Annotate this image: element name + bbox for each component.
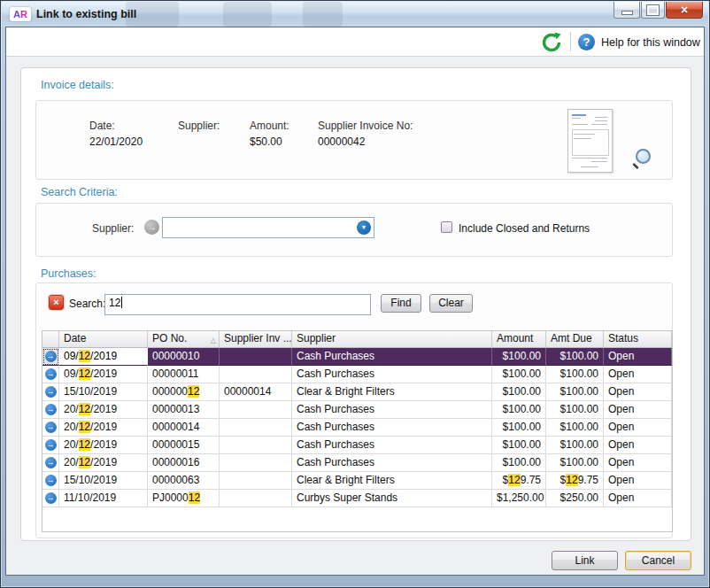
- minimize-button[interactable]: [614, 2, 640, 19]
- search-criteria-section-label: Search Criteria:: [41, 186, 118, 198]
- cell-supplier: Cash Purchases: [292, 401, 492, 419]
- cell-date: 11/10/2019: [59, 490, 148, 507]
- search-match-highlight: 12: [508, 474, 520, 486]
- purchases-search-input[interactable]: 12: [104, 294, 371, 315]
- close-button[interactable]: ×: [666, 2, 703, 19]
- cell-supplier-inv: [220, 401, 292, 419]
- invoice-number-label: Supplier Invoice No:: [318, 120, 413, 132]
- row-detail-arrow-icon[interactable]: →: [45, 457, 57, 468]
- table-row[interactable]: →20/12/201900000015Cash Purchases$100.00…: [42, 437, 672, 454]
- search-criteria-box: Supplier: → ▼ Include Closed and Returns: [35, 203, 673, 257]
- row-detail-arrow-icon[interactable]: →: [45, 475, 57, 486]
- sort-ascending-icon: △: [211, 334, 216, 347]
- supplier-combo-input[interactable]: ▼: [162, 217, 374, 238]
- find-button[interactable]: Find: [381, 294, 421, 313]
- cell-amount: $100.00: [492, 437, 546, 454]
- header-supplier[interactable]: Supplier: [292, 331, 492, 347]
- search-match-highlight: 12: [79, 421, 90, 433]
- cell-po: 00000010: [148, 348, 220, 366]
- row-detail-arrow-icon[interactable]: →: [45, 404, 57, 415]
- header-po-no[interactable]: PO No.△: [148, 331, 220, 347]
- cell-date: 15/10/2019: [59, 472, 148, 490]
- table-row[interactable]: →20/12/201900000013Cash Purchases$100.00…: [42, 401, 672, 419]
- cell-amt-due: $100.00: [546, 401, 604, 419]
- cell-amount: $100.00: [492, 454, 546, 472]
- table-row[interactable]: →15/10/201900000063Clear & Bright Filter…: [42, 472, 672, 490]
- row-icon-cell: →: [42, 366, 59, 383]
- row-detail-arrow-icon[interactable]: →: [45, 386, 57, 398]
- row-detail-arrow-icon[interactable]: →: [45, 439, 57, 451]
- cell-po: 00000063: [148, 472, 220, 490]
- table-row[interactable]: →09/12/201900000010Cash Purchases$100.00…: [42, 348, 672, 366]
- cell-po: 00000013: [148, 401, 220, 419]
- supplier-detail-arrow-icon[interactable]: →: [144, 220, 159, 235]
- cell-amount: $100.00: [492, 366, 546, 383]
- purchases-box: × Search: 12 Find Clear Date PO No.△ Sup…: [35, 282, 673, 538]
- cell-supplier-inv: 00000014: [220, 383, 292, 401]
- invoice-amount-label: Amount:: [250, 120, 289, 132]
- include-closed-checkbox[interactable]: [441, 221, 452, 233]
- dialog-client-area: ? Help for this window Invoice details: …: [5, 27, 705, 576]
- include-closed-label: Include Closed and Returns: [459, 222, 590, 235]
- cell-po: 00000014: [148, 419, 220, 437]
- cell-amt-due: $100.00: [546, 437, 604, 454]
- cell-supplier-inv: [220, 366, 292, 383]
- dialog-panel: Invoice details: Date: 22/01/2020 Suppli…: [20, 67, 691, 541]
- table-row[interactable]: →20/12/201900000016Cash Purchases$100.00…: [42, 454, 672, 472]
- cell-supplier-inv: [220, 419, 292, 437]
- zoom-magnifier-icon[interactable]: [631, 149, 651, 168]
- clear-search-x-icon[interactable]: ×: [49, 295, 64, 310]
- text-caret: [121, 297, 122, 308]
- search-match-highlight: 12: [79, 438, 90, 451]
- row-icon-cell: →: [42, 472, 59, 490]
- cell-po: 00000015: [148, 437, 220, 454]
- title-bar[interactable]: AR Link to existing bill: [2, 2, 708, 27]
- row-detail-arrow-icon[interactable]: →: [45, 492, 57, 504]
- cell-amount: $129.75: [492, 472, 546, 490]
- refresh-button[interactable]: [540, 31, 563, 54]
- cell-status: Open: [604, 419, 672, 437]
- search-match-highlight: 12: [79, 456, 90, 468]
- invoice-details-section-label: Invoice details:: [41, 79, 114, 91]
- header-supplier-inv[interactable]: Supplier Inv ...: [220, 331, 292, 347]
- header-status[interactable]: Status: [604, 331, 672, 347]
- table-row[interactable]: →15/10/20190000001200000014Clear & Brigh…: [42, 383, 672, 401]
- cell-supplier-inv: [220, 437, 292, 454]
- cell-supplier: Cash Purchases: [292, 419, 492, 437]
- row-detail-arrow-icon[interactable]: →: [45, 422, 57, 433]
- help-question-icon[interactable]: ?: [578, 34, 595, 50]
- row-icon-cell: →: [42, 454, 59, 472]
- search-match-highlight: 12: [566, 474, 577, 486]
- maximize-icon: [647, 5, 659, 15]
- cell-status: Open: [604, 454, 672, 472]
- table-row[interactable]: →09/12/201900000011Cash Purchases$100.00…: [42, 366, 672, 383]
- table-row[interactable]: →11/10/2019PJ000012Curbys Super Stands$1…: [42, 490, 672, 507]
- invoice-thumbnail[interactable]: [567, 109, 613, 173]
- cell-supplier-inv: [220, 454, 292, 472]
- header-row-icon-column: [42, 331, 59, 347]
- row-detail-arrow-icon[interactable]: →: [45, 351, 57, 362]
- maximize-button[interactable]: [641, 2, 665, 19]
- supplier-dropdown-icon[interactable]: ▼: [357, 220, 371, 235]
- row-icon-cell: →: [42, 419, 59, 437]
- clear-button[interactable]: Clear: [429, 294, 473, 313]
- invoice-supplier-label: Supplier:: [178, 120, 220, 132]
- row-detail-arrow-icon[interactable]: →: [45, 368, 57, 380]
- header-amount[interactable]: Amount: [492, 331, 546, 347]
- help-strip: [6, 27, 704, 57]
- minimize-icon: [621, 11, 633, 15]
- cell-amt-due: $100.00: [546, 366, 604, 383]
- cancel-button[interactable]: Cancel: [625, 551, 691, 570]
- cell-supplier: Cash Purchases: [292, 454, 492, 472]
- invoice-date-value: 22/01/2020: [89, 135, 143, 148]
- header-date[interactable]: Date: [59, 331, 148, 347]
- link-button[interactable]: Link: [552, 551, 618, 570]
- help-link[interactable]: Help for this window: [601, 36, 700, 49]
- cell-status: Open: [604, 490, 672, 507]
- table-row[interactable]: →20/12/201900000014Cash Purchases$100.00…: [42, 419, 672, 437]
- cell-status: Open: [604, 348, 672, 366]
- header-amt-due[interactable]: Amt Due: [546, 331, 604, 347]
- search-match-highlight: 12: [79, 368, 90, 380]
- cell-supplier: Clear & Bright Filters: [292, 383, 492, 401]
- search-match-highlight: 12: [188, 385, 199, 398]
